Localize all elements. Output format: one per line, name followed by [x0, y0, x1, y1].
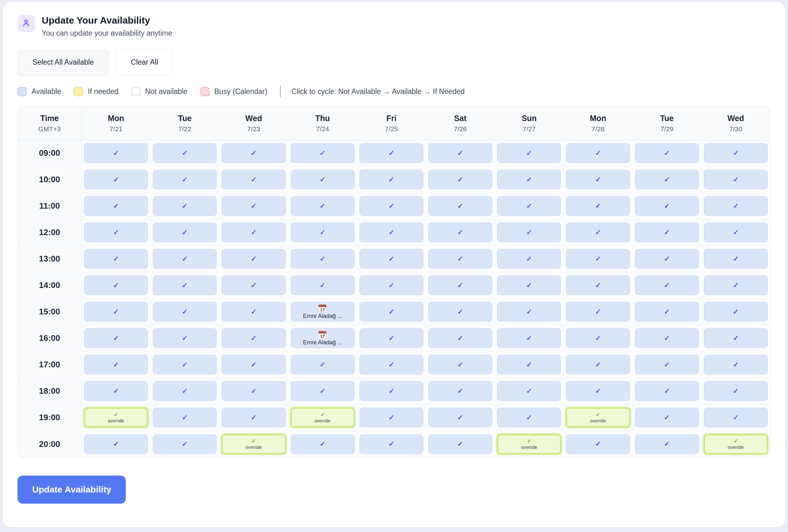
slot-button-7-27-14:00[interactable]: ✓: [497, 276, 561, 295]
slot-button-7-26-12:00[interactable]: ✓: [428, 223, 492, 242]
slot-button-7-26-19:00[interactable]: ✓: [428, 408, 492, 427]
slot-button-7-29-14:00[interactable]: ✓: [635, 276, 699, 295]
slot-button-7-25-09:00[interactable]: ✓: [360, 143, 423, 163]
slot-button-7-21-19:00[interactable]: ✓override: [84, 408, 148, 427]
slot-button-7-27-13:00[interactable]: ✓: [497, 249, 561, 269]
slot-button-7-27-10:00[interactable]: ✓: [497, 170, 561, 189]
slot-button-7-30-12:00[interactable]: ✓: [704, 223, 768, 242]
slot-button-7-30-13:00[interactable]: ✓: [704, 249, 768, 269]
slot-button-7-24-20:00[interactable]: ✓: [291, 435, 355, 454]
slot-button-7-30-16:00[interactable]: ✓: [704, 329, 768, 348]
slot-button-7-27-20:00[interactable]: ✓override: [497, 435, 561, 454]
slot-button-7-21-18:00[interactable]: ✓: [84, 381, 148, 401]
slot-button-7-23-20:00[interactable]: ✓override: [222, 435, 285, 454]
slot-button-7-22-10:00[interactable]: ✓: [153, 170, 217, 189]
slot-button-7-25-20:00[interactable]: ✓: [360, 435, 423, 454]
slot-button-7-25-18:00[interactable]: ✓: [360, 381, 423, 401]
slot-button-7-28-19:00[interactable]: ✓override: [566, 408, 630, 427]
slot-button-7-27-19:00[interactable]: ✓: [497, 408, 561, 427]
slot-button-7-22-17:00[interactable]: ✓: [153, 355, 217, 374]
slot-button-7-24-16:00[interactable]: 17Emre Aladağ ...: [291, 329, 355, 348]
slot-button-7-25-10:00[interactable]: ✓: [360, 170, 423, 189]
slot-button-7-21-17:00[interactable]: ✓: [84, 355, 148, 374]
slot-button-7-21-15:00[interactable]: ✓: [84, 302, 148, 321]
slot-button-7-23-11:00[interactable]: ✓: [222, 196, 285, 216]
slot-button-7-28-17:00[interactable]: ✓: [566, 355, 630, 374]
slot-button-7-26-10:00[interactable]: ✓: [428, 170, 492, 189]
slot-button-7-24-13:00[interactable]: ✓: [291, 249, 355, 269]
slot-button-7-28-14:00[interactable]: ✓: [566, 276, 630, 295]
slot-button-7-24-12:00[interactable]: ✓: [291, 223, 355, 242]
slot-button-7-25-12:00[interactable]: ✓: [360, 223, 423, 242]
select-all-available-button[interactable]: Select All Available: [18, 50, 109, 75]
slot-button-7-23-13:00[interactable]: ✓: [222, 249, 285, 269]
slot-button-7-23-12:00[interactable]: ✓: [222, 223, 285, 242]
slot-button-7-22-19:00[interactable]: ✓: [153, 408, 217, 427]
slot-button-7-25-11:00[interactable]: ✓: [360, 196, 423, 216]
slot-button-7-22-20:00[interactable]: ✓: [153, 435, 217, 454]
slot-button-7-28-16:00[interactable]: ✓: [566, 329, 630, 348]
slot-button-7-26-17:00[interactable]: ✓: [428, 355, 492, 374]
slot-button-7-22-13:00[interactable]: ✓: [153, 249, 217, 269]
slot-button-7-22-14:00[interactable]: ✓: [153, 276, 217, 295]
slot-button-7-26-09:00[interactable]: ✓: [428, 143, 492, 163]
slot-button-7-28-12:00[interactable]: ✓: [566, 223, 630, 242]
slot-button-7-24-10:00[interactable]: ✓: [291, 170, 355, 189]
slot-button-7-27-09:00[interactable]: ✓: [497, 143, 561, 163]
slot-button-7-22-18:00[interactable]: ✓: [153, 381, 217, 401]
slot-button-7-25-13:00[interactable]: ✓: [360, 249, 423, 269]
slot-button-7-24-14:00[interactable]: ✓: [291, 276, 355, 295]
slot-button-7-27-16:00[interactable]: ✓: [497, 329, 561, 348]
slot-button-7-23-10:00[interactable]: ✓: [222, 170, 285, 189]
slot-button-7-25-17:00[interactable]: ✓: [360, 355, 423, 374]
slot-button-7-22-11:00[interactable]: ✓: [153, 196, 217, 216]
slot-button-7-25-15:00[interactable]: ✓: [360, 302, 423, 321]
slot-button-7-30-09:00[interactable]: ✓: [704, 143, 768, 163]
slot-button-7-29-16:00[interactable]: ✓: [635, 329, 699, 348]
slot-button-7-30-15:00[interactable]: ✓: [704, 302, 768, 321]
slot-button-7-29-17:00[interactable]: ✓: [635, 355, 699, 374]
slot-button-7-29-18:00[interactable]: ✓: [635, 381, 699, 401]
slot-button-7-26-16:00[interactable]: ✓: [428, 329, 492, 348]
slot-button-7-29-12:00[interactable]: ✓: [635, 223, 699, 242]
slot-button-7-28-18:00[interactable]: ✓: [566, 381, 630, 401]
slot-button-7-30-19:00[interactable]: ✓: [704, 408, 768, 427]
slot-button-7-28-11:00[interactable]: ✓: [566, 196, 630, 216]
slot-button-7-24-11:00[interactable]: ✓: [291, 196, 355, 216]
slot-button-7-29-15:00[interactable]: ✓: [635, 302, 699, 321]
slot-button-7-21-12:00[interactable]: ✓: [84, 223, 148, 242]
slot-button-7-29-20:00[interactable]: ✓: [635, 435, 699, 454]
slot-button-7-21-20:00[interactable]: ✓: [84, 435, 148, 454]
slot-button-7-30-14:00[interactable]: ✓: [704, 276, 768, 295]
slot-button-7-30-10:00[interactable]: ✓: [704, 170, 768, 189]
slot-button-7-26-20:00[interactable]: ✓: [428, 435, 492, 454]
update-availability-button[interactable]: Update Availability: [18, 476, 126, 504]
slot-button-7-28-10:00[interactable]: ✓: [566, 170, 630, 189]
slot-button-7-28-13:00[interactable]: ✓: [566, 249, 630, 269]
slot-button-7-21-14:00[interactable]: ✓: [84, 276, 148, 295]
slot-button-7-23-09:00[interactable]: ✓: [222, 143, 285, 163]
slot-button-7-23-14:00[interactable]: ✓: [222, 276, 285, 295]
slot-button-7-28-20:00[interactable]: ✓: [566, 435, 630, 454]
slot-button-7-21-16:00[interactable]: ✓: [84, 329, 148, 348]
slot-button-7-27-11:00[interactable]: ✓: [497, 196, 561, 216]
slot-button-7-29-09:00[interactable]: ✓: [635, 143, 699, 163]
slot-button-7-27-15:00[interactable]: ✓: [497, 302, 561, 321]
slot-button-7-26-14:00[interactable]: ✓: [428, 276, 492, 295]
slot-button-7-29-19:00[interactable]: ✓: [635, 408, 699, 427]
slot-button-7-21-11:00[interactable]: ✓: [84, 196, 148, 216]
slot-button-7-23-19:00[interactable]: ✓: [222, 408, 285, 427]
slot-button-7-22-15:00[interactable]: ✓: [153, 302, 217, 321]
slot-button-7-25-19:00[interactable]: ✓: [360, 408, 423, 427]
slot-button-7-27-12:00[interactable]: ✓: [497, 223, 561, 242]
slot-button-7-23-18:00[interactable]: ✓: [222, 381, 285, 401]
slot-button-7-21-10:00[interactable]: ✓: [84, 170, 148, 189]
slot-button-7-23-16:00[interactable]: ✓: [222, 329, 285, 348]
clear-all-button[interactable]: Clear All: [116, 50, 173, 75]
slot-button-7-22-12:00[interactable]: ✓: [153, 223, 217, 242]
slot-button-7-23-15:00[interactable]: ✓: [222, 302, 285, 321]
slot-button-7-24-18:00[interactable]: ✓: [291, 381, 355, 401]
slot-button-7-23-17:00[interactable]: ✓: [222, 355, 285, 374]
slot-button-7-27-18:00[interactable]: ✓: [497, 381, 561, 401]
slot-button-7-26-18:00[interactable]: ✓: [428, 381, 492, 401]
